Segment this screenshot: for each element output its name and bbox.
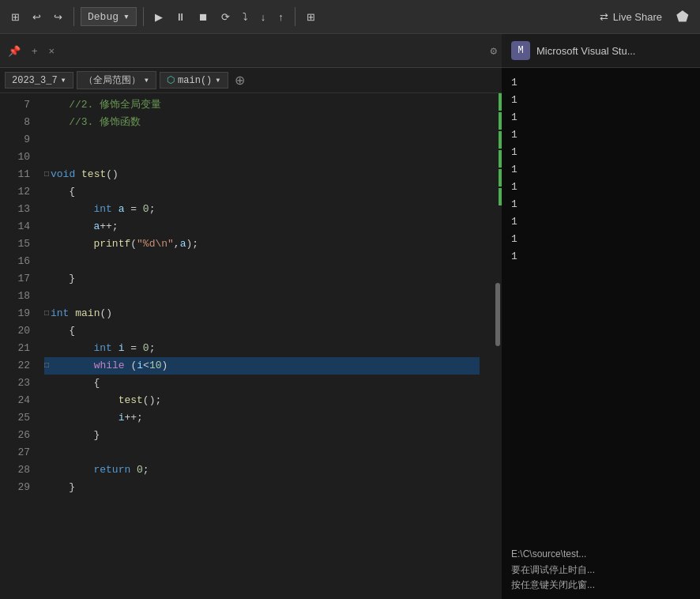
breadcrumb-scope-label: （全局范围） — [84, 73, 141, 87]
green-indicator-5 — [499, 169, 502, 186]
breadcrumb-file-label: 2023_3_7 — [12, 75, 58, 86]
profile-icon: ⬟ — [676, 9, 689, 24]
green-indicator-6 — [499, 188, 502, 205]
console-num-5: 1 — [511, 144, 517, 161]
breadcrumb-func-arrow: ▾ — [215, 74, 220, 86]
toolbar-icon-1[interactable]: ⊞ — [6, 8, 24, 26]
scrollbar-thumb[interactable] — [495, 283, 500, 346]
undo-button[interactable]: ↩ — [28, 8, 46, 26]
liveshare-label: Live Share — [613, 11, 662, 23]
redo-button[interactable]: ↪ — [49, 8, 67, 26]
toolbar-icon-step-over[interactable]: ⤵ — [238, 8, 253, 26]
separator-1 — [73, 7, 74, 26]
toolbar-icon-restart[interactable]: ⟳ — [216, 8, 235, 26]
console-panel: M Microsoft Visual Stu... 1 1 1 1 1 1 1 … — [502, 34, 700, 599]
profile-button[interactable]: ⬟ — [672, 5, 694, 28]
toolbar-icon-stop[interactable]: ⏹ — [194, 8, 213, 26]
code-line-17: } — [44, 270, 480, 288]
code-line-13: int a = 0; — [44, 201, 480, 218]
toolbar-icon-extra1[interactable]: ⊞ — [302, 8, 320, 26]
main-toolbar: ⊞ ↩ ↪ Debug ▾ ▶ ⏸ ⏹ ⟳ ⤵ ↓ ↑ ⊞ ⇄ Live Sha… — [0, 0, 700, 34]
code-line-8: //3. 修饰函数 — [44, 114, 480, 131]
editor-topbar: 📌 + × ⚙ — [0, 34, 502, 68]
console-num-2: 1 — [511, 92, 517, 109]
code-area: 7 8 9 10 11 12 13 14 15 16 17 18 19 20 2… — [0, 93, 502, 599]
editor-panel: 📌 + × ⚙ 2023_3_7 ▾ （全局范围） ▾ ⬡ main() ▾ ⊕ — [0, 34, 502, 599]
breadcrumb-func[interactable]: ⬡ main() ▾ — [160, 72, 228, 89]
toolbar-icon-pause[interactable]: ⏸ — [171, 8, 190, 26]
code-line-16 — [44, 253, 480, 270]
breadcrumb-func-label: main() — [178, 75, 212, 86]
console-footer: E:\C\source\test... 要在调试停止时自... 按任意键关闭此窗… — [502, 541, 700, 599]
scrollbar-track[interactable] — [486, 93, 502, 599]
code-line-25: i++; — [44, 409, 480, 427]
separator-2 — [143, 7, 144, 26]
console-icon-letter: M — [517, 45, 523, 56]
console-header: M Microsoft Visual Stu... — [502, 34, 700, 68]
console-num-11: 1 — [511, 248, 517, 266]
console-num-9: 1 — [511, 213, 517, 231]
code-line-14: a++; — [44, 218, 480, 235]
code-line-19: □int main() — [44, 305, 480, 322]
editor-settings-icon[interactable]: ⚙ — [491, 44, 497, 58]
code-line-24: test(); — [44, 392, 480, 409]
code-line-29: } — [44, 479, 480, 496]
collapse-while[interactable]: □ — [44, 357, 49, 375]
tab-icons: 📌 + × — [5, 43, 58, 58]
code-line-9 — [44, 131, 480, 149]
line-numbers: 7 8 9 10 11 12 13 14 15 16 17 18 19 20 2… — [0, 93, 38, 599]
console-app-icon: M — [511, 41, 530, 60]
code-content[interactable]: //2. 修饰全局变量 //3. 修饰函数 □void test() { — [38, 93, 486, 599]
tab-add-button[interactable]: + — [28, 43, 41, 58]
console-message1: 要在调试停止时自... — [511, 563, 691, 578]
code-line-10 — [44, 149, 480, 166]
toolbar-icon-step-in[interactable]: ↓ — [256, 8, 271, 26]
breadcrumb-add-button[interactable]: ⊕ — [231, 73, 248, 88]
liveshare-icon: ⇄ — [600, 11, 608, 23]
debug-dropdown[interactable]: Debug ▾ — [81, 7, 137, 26]
code-line-27 — [44, 444, 480, 461]
green-indicator-3 — [499, 131, 502, 149]
breadcrumb-scope-arrow: ▾ — [144, 74, 149, 86]
debug-label: Debug — [88, 11, 119, 23]
console-num-7: 1 — [511, 179, 517, 196]
breadcrumb-file-arrow: ▾ — [61, 74, 66, 86]
breadcrumb-bar: 2023_3_7 ▾ （全局范围） ▾ ⬡ main() ▾ ⊕ — [0, 68, 502, 93]
console-num-4: 1 — [511, 126, 517, 144]
console-path: E:\C\source\test... — [511, 547, 691, 562]
code-line-11: □void test() — [44, 166, 480, 183]
debug-dropdown-arrow: ▾ — [123, 10, 130, 23]
code-line-21: int i = 0; — [44, 340, 480, 357]
green-indicator-4 — [499, 150, 502, 168]
main-area: 📌 + × ⚙ 2023_3_7 ▾ （全局范围） ▾ ⬡ main() ▾ ⊕ — [0, 34, 700, 599]
collapse-test[interactable]: □ — [44, 166, 49, 183]
green-indicator-2 — [499, 112, 502, 130]
breadcrumb-file[interactable]: 2023_3_7 ▾ — [5, 72, 73, 89]
collapse-main[interactable]: □ — [44, 305, 49, 322]
separator-3 — [295, 7, 295, 26]
toolbar-icon-step-out[interactable]: ↑ — [273, 8, 288, 26]
code-line-22: □ while (i<10) — [44, 357, 480, 375]
console-num-8: 1 — [511, 196, 517, 213]
green-indicator-1 — [499, 93, 502, 111]
code-line-7: //2. 修饰全局变量 — [44, 96, 480, 114]
code-line-23: { — [44, 375, 480, 392]
code-line-12: { — [44, 183, 480, 201]
toolbar-icon-run[interactable]: ▶ — [150, 8, 167, 26]
console-num-10: 1 — [511, 231, 517, 248]
tab-pin-button[interactable]: 📌 — [5, 43, 24, 58]
console-num-6: 1 — [511, 161, 517, 179]
console-line-numbers: 1 1 1 1 1 1 1 1 1 1 1 — [511, 74, 517, 534]
code-line-26: } — [44, 427, 480, 444]
breadcrumb-scope[interactable]: （全局范围） ▾ — [77, 71, 156, 89]
console-title: Microsoft Visual Stu... — [536, 45, 635, 57]
code-line-18 — [44, 288, 480, 305]
code-line-28: return 0; — [44, 461, 480, 479]
liveshare-button[interactable]: ⇄ Live Share — [593, 8, 668, 26]
breadcrumb-func-icon: ⬡ — [167, 74, 175, 86]
console-num-1: 1 — [511, 74, 517, 92]
console-num-3: 1 — [511, 109, 517, 126]
code-line-15: printf("%d\n",a); — [44, 235, 480, 253]
console-message2: 按任意键关闭此窗... — [511, 578, 691, 593]
tab-close-button[interactable]: × — [46, 43, 58, 58]
